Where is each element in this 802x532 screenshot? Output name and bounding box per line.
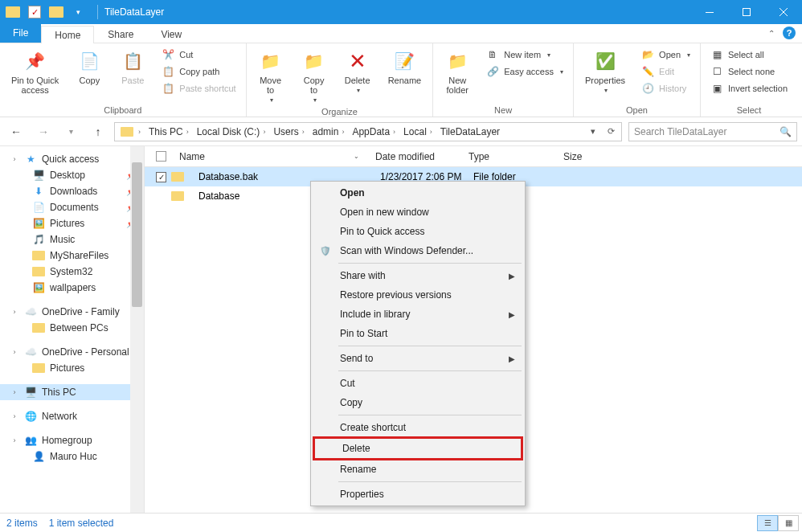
minimize-button[interactable] <box>691 0 728 24</box>
ribbon-group-select: ▦Select all ☐Select none ▣Invert selecti… <box>701 43 797 117</box>
copy-button[interactable]: 📄 Copy <box>68 45 110 87</box>
ctx-delete[interactable]: Delete <box>315 439 521 458</box>
column-headers: Name⌄ Date modified Type Size <box>145 146 802 167</box>
qat-properties-icon[interactable]: ✓ <box>25 3 44 21</box>
select-all-button[interactable]: ▦Select all <box>707 47 791 63</box>
ctx-create-shortcut[interactable]: Create shortcut <box>313 418 523 437</box>
sidebar-scrollbar[interactable] <box>130 146 144 513</box>
column-date[interactable]: Date modified <box>367 151 460 162</box>
sidebar-item-user[interactable]: 👤Mauro Huc <box>0 448 144 464</box>
ctx-scan-defender[interactable]: 🛡️Scan with Windows Defender... <box>313 241 523 260</box>
sidebar-onedrive-family[interactable]: ›☁️OneDrive - Family <box>0 304 144 320</box>
ctx-rename[interactable]: Rename <box>313 460 523 479</box>
header-checkbox[interactable] <box>156 151 166 162</box>
sidebar-network[interactable]: ›🌐Network <box>0 408 144 424</box>
sidebar-item-wallpapers[interactable]: 🖼️wallpapers <box>0 280 144 296</box>
star-icon: ★ <box>24 153 37 165</box>
copy-path-button[interactable]: 📋Copy path <box>158 63 239 80</box>
ctx-pin-start[interactable]: Pin to Start <box>313 324 523 343</box>
qat-dropdown[interactable]: ▾ <box>68 3 88 21</box>
title-bar: ✓ ▾ TileDataLayer <box>0 0 802 24</box>
details-view-button[interactable]: ☰ <box>757 515 778 531</box>
edit-icon: ✏️ <box>641 65 654 78</box>
back-button[interactable]: ← <box>5 121 27 143</box>
sidebar-this-pc[interactable]: ›🖥️This PC <box>0 384 144 400</box>
new-folder-button[interactable]: 📁New folder <box>436 45 478 96</box>
pin-to-quick-access-button[interactable]: 📌 Pin to Quick access <box>3 45 67 96</box>
open-button[interactable]: 📂Open▾ <box>638 47 694 63</box>
ctx-properties[interactable]: Properties <box>313 485 523 504</box>
chevron-right-icon: ▶ <box>509 272 515 280</box>
ctx-copy[interactable]: Copy <box>313 393 523 412</box>
sidebar-item-system32[interactable]: System32 <box>0 264 144 280</box>
help-icon[interactable]: ? <box>783 27 796 39</box>
close-button[interactable] <box>765 0 802 24</box>
forward-button: → <box>32 121 55 143</box>
qat-new-folder-icon[interactable] <box>47 3 66 21</box>
column-type[interactable]: Type <box>460 151 555 162</box>
move-to-button[interactable]: 📁Move to▾ <box>250 45 292 105</box>
highlight-box: Delete <box>313 436 523 460</box>
select-all-icon: ▦ <box>710 48 723 61</box>
new-item-icon: 🗎 <box>486 48 499 61</box>
network-icon: 🌐 <box>24 411 37 422</box>
sidebar-item-pictures-2[interactable]: Pictures <box>0 360 144 376</box>
share-tab[interactable]: Share <box>94 25 147 43</box>
column-size[interactable]: Size <box>555 151 604 162</box>
address-bar[interactable]: › This PC› Local Disk (C:)› Users› admin… <box>114 122 622 141</box>
search-input[interactable]: Search TileDataLayer 🔍 <box>628 122 797 141</box>
qat-folder-icon[interactable] <box>3 3 23 21</box>
sidebar-item-pictures[interactable]: 🖼️Pictures📌 <box>0 215 144 231</box>
ctx-share-with[interactable]: Share with▶ <box>313 266 523 285</box>
sidebar-homegroup[interactable]: ›👥Homegroup <box>0 432 144 448</box>
home-tab[interactable]: Home <box>41 26 94 43</box>
recent-locations-button[interactable]: ▾ <box>59 121 82 143</box>
sidebar-onedrive-personal[interactable]: ›☁️OneDrive - Personal <box>0 344 144 360</box>
properties-button[interactable]: ✅Properties▾ <box>577 45 633 96</box>
properties-icon: ✅ <box>592 48 618 74</box>
collapse-ribbon-icon[interactable]: ⌃ <box>768 29 775 38</box>
ctx-pin-quick-access[interactable]: Pin to Quick access <box>313 222 523 241</box>
up-button[interactable]: ↑ <box>87 121 109 143</box>
sidebar-item-downloads[interactable]: ⬇Downloads📌 <box>0 183 144 199</box>
paste-shortcut-button: 📋Paste shortcut <box>158 80 239 96</box>
ctx-open-new-window[interactable]: Open in new window <box>313 203 523 222</box>
new-item-button[interactable]: 🗎New item▾ <box>483 47 567 63</box>
view-tab[interactable]: View <box>147 25 195 43</box>
file-checkbox[interactable]: ✓ <box>156 172 166 182</box>
delete-button[interactable]: ✕Delete▾ <box>337 45 378 96</box>
folder-icon <box>121 127 133 137</box>
file-tab[interactable]: File <box>0 23 41 43</box>
ctx-cut[interactable]: Cut <box>313 374 523 393</box>
ribbon: 📌 Pin to Quick access 📄 Copy 📋 Paste ✂️C… <box>0 43 802 117</box>
select-none-icon: ☐ <box>710 65 723 78</box>
scrollbar-thumb[interactable] <box>132 162 142 307</box>
refresh-button[interactable]: ⟳ <box>602 123 620 141</box>
ctx-send-to[interactable]: Send to▶ <box>313 349 523 368</box>
sidebar-item-desktop[interactable]: 🖥️Desktop📌 <box>0 167 144 183</box>
sidebar-item-music[interactable]: 🎵Music <box>0 231 144 248</box>
ctx-open[interactable]: Open <box>313 183 523 203</box>
column-name[interactable]: Name⌄ <box>171 151 367 162</box>
copy-to-button[interactable]: 📁Copy to▾ <box>293 45 335 105</box>
sidebar-item-mysharefiles[interactable]: MyShareFiles <box>0 248 144 264</box>
ctx-restore-versions[interactable]: Restore previous versions <box>313 285 523 305</box>
folder-icon <box>32 363 45 373</box>
organize-group-label: Organize <box>250 105 430 118</box>
select-none-button[interactable]: ☐Select none <box>707 63 791 80</box>
sidebar-item-between-pcs[interactable]: Between PCs <box>0 320 144 336</box>
sidebar-item-documents[interactable]: 📄Documents📌 <box>0 199 144 215</box>
easy-access-button[interactable]: 🔗Easy access▾ <box>483 63 567 80</box>
maximize-button[interactable] <box>728 0 765 24</box>
ribbon-group-organize: 📁Move to▾ 📁Copy to▾ ✕Delete▾ 📝Rename Org… <box>247 43 434 117</box>
navigation-pane[interactable]: ›★Quick access 🖥️Desktop📌 ⬇Downloads📌 📄D… <box>0 146 145 513</box>
sidebar-quick-access[interactable]: ›★Quick access <box>0 151 144 167</box>
invert-selection-button[interactable]: ▣Invert selection <box>707 80 791 96</box>
ctx-include-library[interactable]: Include in library▶ <box>313 305 523 324</box>
address-dropdown-button[interactable]: ▾ <box>584 123 602 141</box>
cut-button[interactable]: ✂️Cut <box>158 47 239 63</box>
new-group-label: New <box>436 104 570 117</box>
thumbnails-view-button[interactable]: ▦ <box>778 515 799 531</box>
paste-shortcut-icon: 📋 <box>162 82 174 95</box>
rename-button[interactable]: 📝Rename <box>380 45 430 87</box>
